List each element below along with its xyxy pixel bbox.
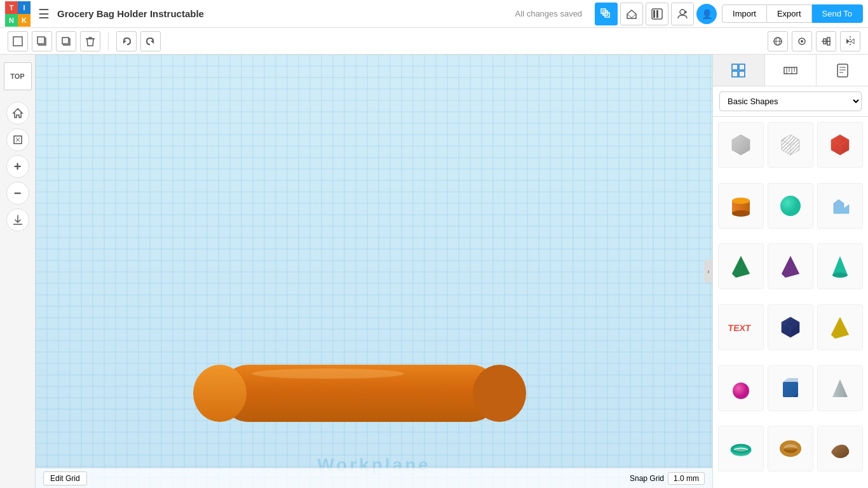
svg-point-69 [782,442,799,450]
duplicate-button[interactable] [32,31,52,51]
new-button[interactable] [8,31,28,51]
tab-ruler[interactable] [765,55,817,86]
svg-rect-6 [653,10,655,18]
svg-rect-11 [13,37,22,46]
svg-marker-55 [782,256,799,278]
fit-all-button[interactable] [6,128,29,151]
svg-rect-38 [784,67,797,74]
shape-pyramid-yellow[interactable] [817,304,863,350]
svg-marker-60 [831,317,849,339]
svg-point-57 [832,273,848,278]
import-button[interactable]: Import [722,4,767,23]
mirror-button[interactable] [840,31,860,51]
shape-ring-brown[interactable] [768,426,813,471]
shape-pyramid-purple[interactable] [768,243,813,289]
svg-point-21 [801,40,803,43]
panel-toggle[interactable]: › [704,260,713,283]
logo[interactable]: T I N K [5,1,31,27]
cube-top-label[interactable]: TOP [4,62,32,90]
topbar-right: 👤 Import Export Send To [595,3,863,25]
svg-rect-15 [62,37,69,44]
undo-button[interactable] [116,31,137,51]
snap-grid-value[interactable]: 1.0 mm [668,472,705,485]
shape-box-darkblue[interactable] [768,365,813,411]
tab-grid[interactable] [713,55,765,86]
zoom-in-button[interactable]: + [6,155,29,178]
menu-icon[interactable]: ☰ [38,6,50,22]
bottom-bar: Edit Grid Snap Grid 1.0 mm [36,468,712,488]
shape-pyramid-green[interactable] [718,243,764,289]
svg-rect-35 [739,64,745,70]
view-cube[interactable]: TOP [1,60,34,93]
copy-button[interactable] [56,31,76,51]
view-build-button[interactable] [620,3,643,25]
view-3d-button[interactable] [595,3,618,25]
svg-point-61 [733,383,749,399]
svg-rect-13 [37,37,44,44]
shape-multi[interactable] [817,183,863,229]
zoom-out-button[interactable]: − [6,182,29,205]
top-bar: T I N K ☰ Grocery Bag Holder Instructabl… [0,0,868,28]
add-account-button[interactable] [671,3,694,25]
shape-box-striped[interactable] [768,122,813,168]
separator-1 [108,32,109,50]
shape-torus[interactable] [718,426,764,471]
snap-grid-control: Snap Grid 1.0 mm [630,472,705,485]
svg-point-31 [193,365,247,422]
snap-grid-label: Snap Grid [630,474,664,483]
save-status: All changes saved [515,9,583,18]
align-button[interactable] [816,31,836,51]
export-button[interactable]: Export [767,4,812,23]
top-actions: Import Export Send To [722,4,863,23]
shape-box-grey[interactable] [718,122,764,168]
shapes-grid: TEXT [713,117,868,488]
logo-k: K [18,14,31,27]
redo-button[interactable] [140,31,161,51]
tab-notes[interactable] [817,55,868,86]
logo-i: I [18,1,31,14]
svg-point-8 [680,10,685,15]
logo-n: N [5,14,18,27]
shape-brown[interactable] [817,426,863,471]
viewport[interactable]: Workplane Edit Grid Snap Grid 1.0 mm [36,55,712,488]
project-title[interactable]: Grocery Bag Holder Instructable [57,8,510,19]
svg-point-49 [732,198,750,204]
shape-category-select[interactable]: Basic Shapes Letters Symbols Connectors … [719,92,862,111]
delete-button[interactable] [80,31,100,51]
home-view-button[interactable] [6,102,29,125]
svg-line-3 [627,14,632,18]
shape-cone-grey[interactable] [817,365,863,411]
shape-sphere[interactable] [768,183,813,229]
shape-box-blue[interactable] [768,304,813,350]
shape-box-red[interactable] [817,122,863,168]
svg-point-32 [473,365,526,422]
svg-rect-43 [837,64,848,77]
svg-line-4 [632,14,636,18]
toolbar2 [0,28,868,55]
edit-grid-button[interactable]: Edit Grid [43,471,87,485]
svg-text:TEXT: TEXT [728,323,752,333]
right-panel: › Basic Shapes Letters Symbols Connector… [712,55,868,488]
svg-rect-36 [732,71,738,77]
left-sidebar: TOP + − [0,55,36,488]
3d-object-cylinder[interactable] [188,360,531,423]
shape-cylinder-orange[interactable] [718,183,764,229]
send-to-button[interactable]: Send To [812,4,863,23]
svg-point-33 [252,369,404,379]
svg-rect-7 [656,10,658,18]
hide-workplane-button[interactable] [768,31,788,51]
logo-t: T [5,1,18,14]
svg-rect-34 [732,64,738,70]
panel-tabs [713,55,868,86]
svg-marker-56 [832,256,848,275]
shape-cone-teal[interactable] [817,243,863,289]
user-avatar[interactable]: 👤 [696,4,717,24]
svg-point-51 [780,196,801,216]
shape-text[interactable]: TEXT [718,304,764,350]
svg-rect-37 [739,71,745,77]
main-layout: TOP + − [0,55,868,488]
view-sim-button[interactable] [646,3,668,25]
snap-button[interactable] [792,31,812,51]
download-button[interactable] [6,208,29,231]
shape-sphere-magenta[interactable] [718,365,764,411]
